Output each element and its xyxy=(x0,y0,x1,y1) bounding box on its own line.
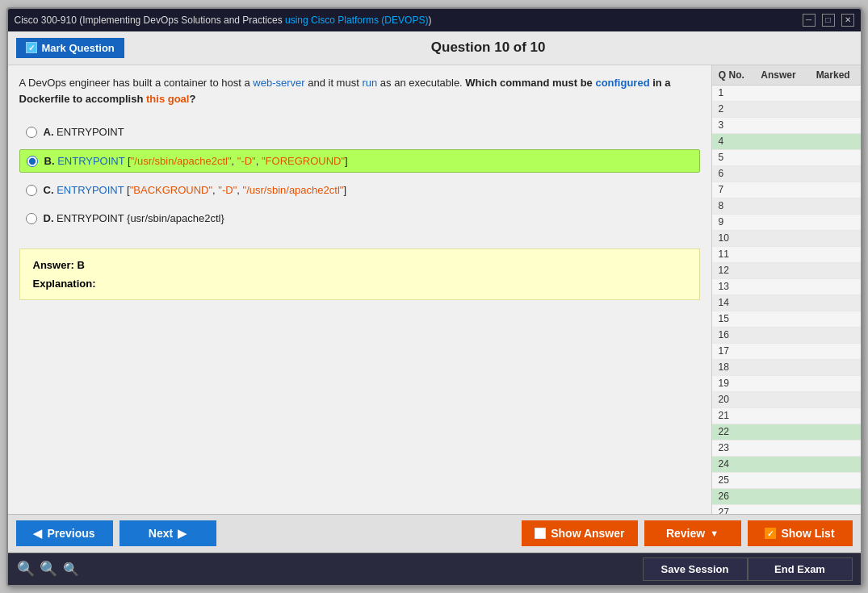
q-number: 12 xyxy=(712,263,753,278)
option-c[interactable]: C. ENTRYPOINT ["BACKGROUND", "-D", "/usr… xyxy=(19,179,700,201)
q-row[interactable]: 27 xyxy=(712,505,861,514)
show-answer-button[interactable]: Show Answer xyxy=(522,520,637,546)
q-number: 2 xyxy=(712,102,753,117)
q-answer xyxy=(753,457,807,472)
q-number: 11 xyxy=(712,247,753,262)
q-row[interactable]: 10 xyxy=(712,231,861,247)
answer-box: Answer: B Explanation: xyxy=(19,248,700,300)
q-number: 13 xyxy=(712,279,753,294)
option-b-text: B. ENTRYPOINT ["/usr/sbin/apache2ctl", "… xyxy=(44,155,348,167)
q-answer xyxy=(753,360,807,375)
q-row[interactable]: 12 xyxy=(712,263,861,279)
q-row[interactable]: 18 xyxy=(712,360,861,376)
minimize-button[interactable]: ─ xyxy=(803,14,816,27)
zoom-in-button[interactable]: 🔍 xyxy=(61,559,81,578)
q-row[interactable]: 22 xyxy=(712,424,861,441)
zoom-out-button[interactable]: 🔍 xyxy=(16,559,36,578)
q-row[interactable]: 20 xyxy=(712,392,861,408)
q-row[interactable]: 4 xyxy=(712,134,861,150)
explanation-label: Explanation: xyxy=(33,278,686,290)
show-list-button[interactable]: ✓ Show List xyxy=(748,520,853,546)
end-exam-button[interactable]: End Exam xyxy=(748,558,853,581)
previous-button[interactable]: ◀ Previous xyxy=(16,520,113,546)
q-number: 5 xyxy=(712,150,753,165)
q-marked xyxy=(807,441,861,456)
col-answer: Answer xyxy=(751,65,806,85)
q-row[interactable]: 19 xyxy=(712,376,861,392)
q-number: 24 xyxy=(712,457,753,472)
q-answer xyxy=(753,473,807,488)
q-row[interactable]: 13 xyxy=(712,279,861,295)
option-d[interactable]: D. ENTRYPOINT {usr/sbin/apache2ctl} xyxy=(19,207,700,229)
q-marked xyxy=(807,392,861,407)
q-number: 22 xyxy=(712,424,753,440)
mark-question-button[interactable]: ✓ Mark Question xyxy=(16,38,124,58)
q-row[interactable]: 6 xyxy=(712,166,861,182)
option-b-radio[interactable] xyxy=(27,156,38,167)
q-row[interactable]: 1 xyxy=(712,86,861,102)
option-a[interactable]: A. ENTRYPOINT xyxy=(19,121,700,143)
option-a-radio[interactable] xyxy=(26,127,37,138)
options-list: A. ENTRYPOINT B. ENTRYPOINT ["/usr/sbin/… xyxy=(19,121,700,229)
q-marked xyxy=(807,344,861,359)
q-number: 21 xyxy=(712,408,753,424)
close-button[interactable]: ✕ xyxy=(841,14,854,27)
q-row[interactable]: 24 xyxy=(712,457,861,473)
q-answer xyxy=(753,408,807,424)
q-row[interactable]: 21 xyxy=(712,408,861,424)
option-c-radio[interactable] xyxy=(26,185,37,196)
mark-question-label: Mark Question xyxy=(42,42,115,54)
review-button[interactable]: Review ▼ xyxy=(644,520,741,546)
q-marked xyxy=(807,489,861,504)
q-row[interactable]: 11 xyxy=(712,247,861,263)
q-row[interactable]: 2 xyxy=(712,102,861,118)
q-number: 23 xyxy=(712,441,753,456)
q-marked xyxy=(807,86,861,101)
q-row[interactable]: 25 xyxy=(712,473,861,489)
next-button[interactable]: Next ▶ xyxy=(120,520,216,546)
save-session-button[interactable]: Save Session xyxy=(643,558,748,581)
option-c-text: C. ENTRYPOINT ["BACKGROUND", "-D", "/usr… xyxy=(44,184,347,196)
q-row[interactable]: 23 xyxy=(712,441,861,457)
toolbar: ✓ Mark Question Question 10 of 10 xyxy=(8,31,861,65)
q-row[interactable]: 8 xyxy=(712,198,861,215)
q-answer xyxy=(753,376,807,391)
q-row[interactable]: 17 xyxy=(712,344,861,360)
q-number: 6 xyxy=(712,166,753,182)
show-list-checkbox-icon: ✓ xyxy=(765,528,776,539)
show-answer-checkbox-icon xyxy=(535,528,546,539)
q-row[interactable]: 26 xyxy=(712,489,861,505)
q-marked xyxy=(807,424,861,440)
q-answer xyxy=(753,392,807,407)
q-number: 1 xyxy=(712,86,753,101)
question-area: A DevOps engineer has built a container … xyxy=(8,65,711,514)
q-row[interactable]: 7 xyxy=(712,182,861,198)
q-row[interactable]: 14 xyxy=(712,295,861,311)
save-session-label: Save Session xyxy=(661,563,729,575)
q-row[interactable]: 16 xyxy=(712,328,861,344)
q-marked xyxy=(807,279,861,294)
col-qno: Q No. xyxy=(712,65,752,85)
q-row[interactable]: 9 xyxy=(712,215,861,231)
title-bar: Cisco 300-910 (Implementing DevOps Solut… xyxy=(8,9,861,31)
col-marked: Marked xyxy=(806,65,861,85)
q-row[interactable]: 5 xyxy=(712,150,861,166)
q-answer xyxy=(753,311,807,327)
q-answer xyxy=(753,166,807,182)
option-d-radio[interactable] xyxy=(26,213,37,224)
q-marked xyxy=(807,231,861,246)
q-answer xyxy=(753,441,807,456)
q-row[interactable]: 15 xyxy=(712,311,861,328)
q-number: 4 xyxy=(712,134,753,149)
q-answer xyxy=(753,150,807,165)
option-b[interactable]: B. ENTRYPOINT ["/usr/sbin/apache2ctl", "… xyxy=(19,149,700,173)
prev-arrow-icon: ◀ xyxy=(33,527,42,540)
zoom-reset-button[interactable]: 🔍 xyxy=(39,559,58,578)
answer-label: Answer: B xyxy=(33,259,686,271)
q-answer xyxy=(753,198,807,214)
q-marked xyxy=(807,311,861,327)
maximize-button[interactable]: □ xyxy=(822,14,835,27)
q-answer xyxy=(753,424,807,440)
q-row[interactable]: 3 xyxy=(712,118,861,134)
review-arrow-icon: ▼ xyxy=(710,528,719,538)
